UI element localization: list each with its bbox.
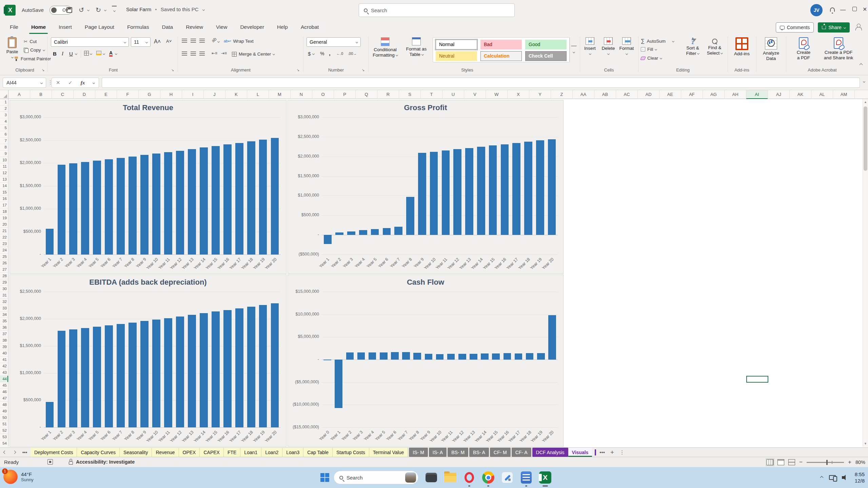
- format-painter-button[interactable]: Format Painter: [14, 56, 51, 61]
- column-header-AI[interactable]: AI: [746, 90, 768, 99]
- column-header-AF[interactable]: AF: [681, 90, 703, 99]
- ribbon-tab-formulas[interactable]: Formulas: [121, 20, 156, 35]
- column-header-H[interactable]: H: [160, 90, 182, 99]
- row-header-25[interactable]: 25: [0, 253, 8, 260]
- column-header-O[interactable]: O: [312, 90, 334, 99]
- row-header-8[interactable]: 8: [0, 144, 8, 150]
- column-header-AH[interactable]: AH: [725, 90, 746, 99]
- page-layout-view-button[interactable]: [777, 459, 784, 465]
- chart-ebitda-adds-back-depreciation-[interactable]: EBITDA (adds back depreciation)$2,500,00…: [9, 274, 287, 447]
- column-header-G[interactable]: G: [139, 90, 160, 99]
- sheet-tab-capacity-curves[interactable]: Capacity Curves: [77, 448, 120, 457]
- row-header-5[interactable]: 5: [0, 125, 8, 131]
- minimize-button[interactable]: —: [840, 7, 846, 13]
- column-header-S[interactable]: S: [399, 90, 421, 99]
- column-header-AK[interactable]: AK: [790, 90, 811, 99]
- taskbar-app-file-explorer[interactable]: [443, 471, 457, 484]
- document-title[interactable]: Solar Farm • Saved to this PC: [126, 6, 204, 12]
- column-header-A[interactable]: A: [8, 90, 30, 99]
- sheet-tab-cf-a[interactable]: CF- A: [512, 448, 531, 457]
- fill-color-icon[interactable]: [96, 51, 101, 55]
- row-header-38[interactable]: 38: [0, 337, 8, 344]
- create-pdf-share-button[interactable]: Create a PDF and Share link: [821, 37, 856, 61]
- sheet-tab-cap-table[interactable]: Cap Table: [303, 448, 333, 457]
- row-header-36[interactable]: 36: [0, 324, 8, 331]
- row-header-14[interactable]: 14: [0, 183, 8, 189]
- quick-access-customize-button[interactable]: [112, 6, 117, 11]
- column-header-AA[interactable]: AA: [573, 90, 594, 99]
- font-size-select[interactable]: 11: [131, 37, 151, 47]
- redo-button[interactable]: ↻: [96, 6, 101, 14]
- column-header-AB[interactable]: AB: [594, 90, 616, 99]
- style-chip-check-cell[interactable]: Check Cell: [525, 51, 567, 61]
- increase-indent-icon[interactable]: ⇥≡: [221, 51, 227, 56]
- more-sheets-button[interactable]: •••: [599, 449, 605, 455]
- column-header-X[interactable]: X: [508, 90, 529, 99]
- taskbar-app-excel[interactable]: X: [538, 471, 552, 484]
- font-color-icon[interactable]: A: [109, 51, 113, 57]
- font-name-select[interactable]: Calibri: [51, 37, 129, 47]
- borders-icon[interactable]: [84, 51, 89, 56]
- sheet-tab-deployment-costs[interactable]: Deployment Costs: [31, 448, 77, 457]
- zoom-slider-thumb[interactable]: [826, 460, 828, 465]
- row-header-27[interactable]: 27: [0, 266, 8, 273]
- sheet-tab-loan2[interactable]: Loan2: [261, 448, 282, 457]
- new-sheet-button[interactable]: +: [610, 449, 614, 456]
- row-header-11[interactable]: 11: [0, 163, 8, 170]
- sheet-tab-terminal-value[interactable]: Terminal Value: [369, 448, 408, 457]
- underline-button[interactable]: U: [69, 51, 73, 57]
- row-header-18[interactable]: 18: [0, 208, 8, 215]
- row-header-46[interactable]: 46: [0, 389, 8, 395]
- chevron-down-icon[interactable]: [93, 81, 95, 84]
- sheet-tab-loan3[interactable]: Loan3: [282, 448, 303, 457]
- row-header-33[interactable]: 33: [0, 305, 8, 311]
- row-header-47[interactable]: 47: [0, 395, 8, 402]
- formula-bar-expand-icon[interactable]: [863, 80, 865, 83]
- sheet-tab-revenue[interactable]: Revenue: [152, 448, 179, 457]
- underline-chevron-icon[interactable]: [75, 53, 77, 55]
- column-header-AD[interactable]: AD: [638, 90, 659, 99]
- row-header-44[interactable]: 44: [0, 376, 8, 382]
- row-header-24[interactable]: 24: [0, 247, 8, 253]
- column-header-K[interactable]: K: [225, 90, 247, 99]
- row-header-4[interactable]: 4: [0, 118, 8, 125]
- row-header-49[interactable]: 49: [0, 408, 8, 414]
- column-header-R[interactable]: R: [377, 90, 399, 99]
- formula-input[interactable]: [102, 78, 860, 88]
- font-dialog-launcher[interactable]: ↘: [170, 68, 175, 73]
- number-format-select[interactable]: General: [307, 37, 361, 47]
- column-header-AL[interactable]: AL: [811, 90, 833, 99]
- avatar[interactable]: JV: [810, 4, 823, 16]
- sheet-options-button[interactable]: ⋮: [619, 449, 625, 455]
- column-header-J[interactable]: J: [204, 90, 225, 99]
- scroll-down-icon[interactable]: ▼: [863, 441, 868, 447]
- zoom-in-button[interactable]: +: [848, 459, 851, 466]
- row-header-37[interactable]: 37: [0, 331, 8, 337]
- column-header-AM[interactable]: AM: [833, 90, 855, 99]
- format-as-table-button[interactable]: Format as Table: [402, 37, 431, 57]
- ribbon-tab-acrobat[interactable]: Acrobat: [294, 20, 325, 35]
- clock[interactable]: 8:55 12/8: [855, 471, 865, 484]
- row-header-34[interactable]: 34: [0, 311, 8, 318]
- selected-cell[interactable]: [746, 376, 768, 383]
- style-chip-neutral[interactable]: Neutral: [436, 51, 477, 61]
- format-cells-button[interactable]: Format: [618, 37, 635, 56]
- row-header-7[interactable]: 7: [0, 138, 8, 144]
- orientation-icon[interactable]: ab: [211, 36, 218, 43]
- taskbar-app-pc-manager[interactable]: [500, 471, 514, 484]
- ribbon-tab-insert[interactable]: Insert: [52, 20, 78, 35]
- name-box[interactable]: AI44: [3, 78, 46, 88]
- enter-check-icon[interactable]: ✓: [68, 80, 73, 86]
- row-header-6[interactable]: 6: [0, 131, 8, 138]
- select-all-corner[interactable]: [0, 90, 8, 99]
- zoom-out-button[interactable]: −: [799, 459, 803, 466]
- wrap-text-button[interactable]: ab↩Wrap Text: [224, 39, 254, 44]
- zoom-slider[interactable]: [807, 462, 844, 463]
- speaker-icon[interactable]: [842, 475, 849, 480]
- clipboard-dialog-launcher[interactable]: ↘: [41, 68, 45, 73]
- row-header-17[interactable]: 17: [0, 202, 8, 208]
- ribbon-tab-file[interactable]: File: [3, 20, 25, 35]
- close-button[interactable]: ✕: [863, 6, 867, 13]
- row-header-31[interactable]: 31: [0, 292, 8, 299]
- align-center-icon[interactable]: [191, 52, 196, 56]
